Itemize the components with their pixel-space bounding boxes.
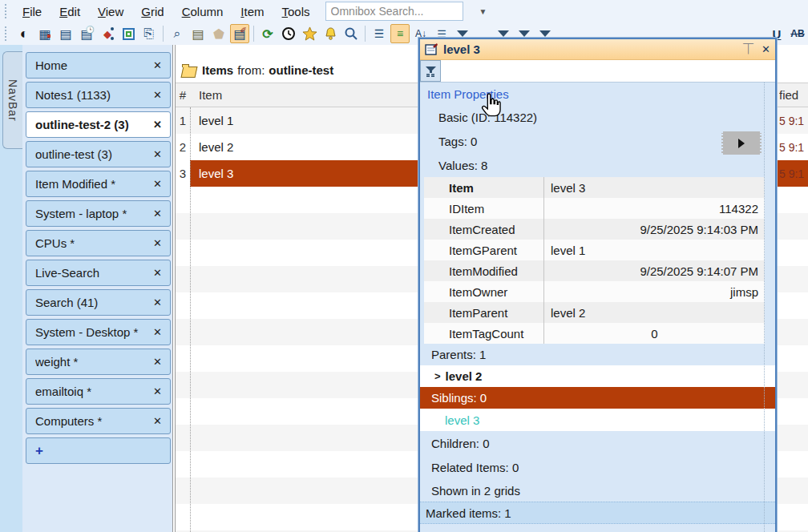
close-icon[interactable]: ✕ xyxy=(762,43,770,55)
add-tab-button[interactable]: + xyxy=(26,437,171,464)
menu-tools[interactable]: Tools xyxy=(273,3,319,20)
sibling-item[interactable]: level 3 xyxy=(420,409,775,431)
content-right-rule xyxy=(764,83,765,532)
property-row[interactable]: ItemGParentlevel 1 xyxy=(424,240,765,260)
item-properties-icon xyxy=(425,43,438,55)
strikethrough-icon[interactable]: AB xyxy=(788,24,807,43)
popup-filter-row xyxy=(420,60,775,83)
values-section[interactable]: Values: 8 xyxy=(420,153,775,177)
close-icon[interactable]: ✕ xyxy=(152,208,164,220)
property-row[interactable]: ItemModified9/25/2025 9:14:07 PM xyxy=(424,260,765,281)
grid-title-from: from: xyxy=(237,63,265,77)
close-icon[interactable]: ✕ xyxy=(152,326,164,338)
sidebar-item-notes1[interactable]: Notes1 (1133)✕ xyxy=(26,82,171,108)
favorites-star-icon[interactable] xyxy=(300,24,319,43)
folder-open-icon xyxy=(182,66,196,77)
menu-column[interactable]: Column xyxy=(173,3,232,20)
close-icon[interactable]: ✕ xyxy=(152,296,164,308)
menu-grid[interactable]: Grid xyxy=(132,3,172,20)
item-properties-icon[interactable]: ▤✐ xyxy=(230,24,249,43)
close-icon[interactable]: ✕ xyxy=(152,148,164,160)
filter-button[interactable] xyxy=(420,60,441,82)
chevron-down-icon[interactable]: ▼ xyxy=(479,7,487,16)
close-icon[interactable]: ✕ xyxy=(152,119,164,131)
sidebar-item-outline-test[interactable]: outline-test (3)✕ xyxy=(26,141,171,167)
parent-item[interactable]: > level 2 xyxy=(420,365,775,387)
expand-button[interactable] xyxy=(721,131,762,155)
property-row[interactable]: IDItem114322 xyxy=(424,198,765,219)
close-icon[interactable]: ✕ xyxy=(152,237,164,249)
toolbar-separator xyxy=(253,26,254,42)
history-clock-icon[interactable] xyxy=(279,24,298,43)
sidebar-item-emailtoiq[interactable]: emailtoiq *✕ xyxy=(26,378,171,405)
popup-title-bar[interactable]: level 3 ⏉ ✕ xyxy=(420,39,775,60)
shown-in-grids-section[interactable]: Shown in 2 grids xyxy=(420,479,775,502)
popup-content: Item Properties Basic (ID: 114322) Tags:… xyxy=(420,83,775,532)
property-row[interactable]: ItemOwnerjimsp xyxy=(424,281,765,302)
marked-items-section[interactable]: Marked items: 1 xyxy=(420,502,775,524)
children-section[interactable]: Children: 0 xyxy=(420,431,775,455)
property-row[interactable]: ItemCreated9/25/2025 9:14:03 PM xyxy=(424,219,765,240)
sidebar-item-item-modified[interactable]: Item Modified *✕ xyxy=(26,171,171,197)
column-header-num[interactable]: # xyxy=(176,88,190,102)
column-header-modified[interactable]: fied xyxy=(779,88,808,102)
toolbar-drag-handle-2[interactable] xyxy=(5,26,9,41)
clipboard-icon[interactable]: ▤ xyxy=(188,24,208,43)
omnibox-search-input[interactable] xyxy=(331,5,476,18)
close-icon[interactable]: ✕ xyxy=(152,356,164,368)
filter-icon xyxy=(425,66,437,77)
property-row[interactable]: ItemTagCount0 xyxy=(424,323,765,344)
sidebar-item-search[interactable]: Search (41)✕ xyxy=(26,289,171,316)
sidebar-item-weight[interactable]: weight *✕ xyxy=(26,349,171,375)
close-icon[interactable]: ✕ xyxy=(152,267,164,279)
calendar-grid-icon[interactable]: ▦ xyxy=(35,24,55,43)
relations-tree-icon[interactable]: ◆ xyxy=(98,24,117,43)
outline-icon[interactable]: ☰ xyxy=(370,24,389,43)
toolbar-separator xyxy=(163,26,164,42)
navbar-tab[interactable]: NavBar xyxy=(2,51,22,149)
menu-file[interactable]: File xyxy=(14,3,50,20)
menu-item[interactable]: Item xyxy=(232,3,273,20)
sidebar-item-computers[interactable]: Computers *✕ xyxy=(26,408,171,434)
navbar-label: NavBar xyxy=(6,79,19,122)
sidebar-item-home[interactable]: Home✕ xyxy=(26,52,171,79)
menu-view[interactable]: View xyxy=(89,3,132,20)
pin-icon[interactable]: ⏉ xyxy=(743,43,753,55)
sidebar-item-outline-test-2[interactable]: outline-test-2 (3)✕ xyxy=(26,111,171,138)
toolbar-drag-handle[interactable] xyxy=(5,4,9,18)
list-clock-icon[interactable]: ▤🕒 xyxy=(77,24,96,43)
property-row[interactable]: ItemParentlevel 2 xyxy=(424,302,765,323)
close-icon[interactable]: ✕ xyxy=(152,59,164,71)
parents-section[interactable]: Parents: 1 xyxy=(420,344,775,365)
basic-section[interactable]: Basic (ID: 114322) xyxy=(420,105,775,129)
siblings-section-selected[interactable]: Siblings: 0 xyxy=(420,387,775,409)
close-icon[interactable]: ✕ xyxy=(152,178,164,190)
select-box-icon[interactable] xyxy=(119,24,138,43)
close-icon[interactable]: ✕ xyxy=(152,385,164,397)
close-icon[interactable]: ✕ xyxy=(152,415,164,427)
sync-icon[interactable]: ⟳ xyxy=(258,24,277,43)
tag-icon[interactable]: ⬟ xyxy=(209,24,228,43)
sidebar-item-system-desktop[interactable]: System - Desktop *✕ xyxy=(26,319,171,345)
sidebar-item-cpus[interactable]: CPUs *✕ xyxy=(26,230,171,256)
menu-edit[interactable]: Edit xyxy=(50,3,89,20)
indent-outline-icon[interactable]: ≡ xyxy=(390,24,410,43)
item-properties-popup: level 3 ⏉ ✕ Item Properties Basic (ID: 1… xyxy=(418,38,777,532)
column-divider xyxy=(190,107,191,532)
omnibox-search[interactable]: ▼ xyxy=(325,2,463,21)
property-row[interactable]: Itemlevel 3 xyxy=(424,177,765,198)
search-icon[interactable] xyxy=(341,24,361,43)
sidebar-item-live-search[interactable]: Live-Search✕ xyxy=(26,260,171,286)
detail-list-icon[interactable]: ▤ xyxy=(56,24,75,43)
close-icon[interactable]: ✕ xyxy=(152,89,164,101)
navbar-strip: NavBar xyxy=(0,45,22,532)
sidebar-item-system-laptop[interactable]: System - laptop *✕ xyxy=(26,200,171,227)
related-items-section[interactable]: Related Items: 0 xyxy=(420,455,775,479)
reminder-bell-icon[interactable] xyxy=(321,24,340,43)
goto-item-icon[interactable]: ⎘ xyxy=(139,24,159,43)
item-properties-link[interactable]: Item Properties xyxy=(420,83,775,105)
chevron-right-icon[interactable]: > xyxy=(434,370,441,382)
print-preview-icon[interactable]: ⌕ xyxy=(168,24,187,43)
popup-filter-input[interactable] xyxy=(441,60,775,82)
contrast-icon[interactable]: ◐ xyxy=(14,24,34,43)
